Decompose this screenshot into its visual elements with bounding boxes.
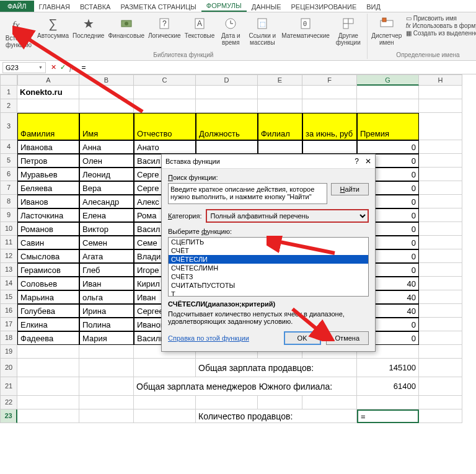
search-function-input[interactable]: Введите краткое описание действия, котор… (168, 183, 327, 204)
cell[interactable] (79, 409, 134, 423)
name-box[interactable]: G23 ▼ (2, 62, 46, 73)
cell[interactable] (419, 277, 462, 290)
tab-home[interactable]: ГЛАВНАЯ (34, 2, 75, 12)
row-header-10[interactable]: 10 (0, 222, 17, 236)
cell[interactable]: Савин (17, 236, 79, 249)
cell[interactable] (419, 396, 462, 409)
row-header-3[interactable]: 3 (0, 113, 17, 140)
cell[interactable]: Фамилия (17, 113, 79, 140)
function-list-item[interactable]: СЧИТАТЬПУСТОТЫ (169, 281, 368, 290)
cancel-button[interactable]: Отмена (326, 331, 369, 345)
cell[interactable] (79, 86, 134, 99)
cell[interactable] (79, 377, 134, 396)
cell[interactable]: 61400 (357, 377, 419, 396)
cell[interactable] (196, 396, 258, 409)
cell[interactable] (196, 140, 258, 154)
autosum-button[interactable]: ∑ Автосумма (36, 14, 70, 50)
column-header-h[interactable]: H (419, 74, 462, 86)
function-list-item[interactable]: Т (169, 290, 368, 297)
cell[interactable] (419, 181, 462, 195)
column-header-f[interactable]: F (302, 74, 357, 86)
cell[interactable]: Отчество (134, 113, 196, 140)
cell[interactable]: Количество продавцов: (196, 409, 357, 423)
cell[interactable] (258, 99, 302, 113)
cell[interactable] (17, 396, 79, 409)
row-header-7[interactable]: 7 (0, 181, 17, 195)
cell[interactable]: Герамисов (17, 263, 79, 277)
tab-view[interactable]: ВИД (361, 2, 386, 12)
column-header-d[interactable]: D (196, 74, 258, 86)
cell[interactable]: = (357, 409, 419, 423)
cell[interactable]: Смыслова (17, 249, 79, 263)
category-select[interactable]: Полный алфавитный перечень (206, 209, 369, 223)
cell[interactable] (419, 318, 462, 331)
cell[interactable]: Беляева (17, 181, 79, 195)
financial-button[interactable]: Финансовые (107, 14, 146, 50)
create-from-selection-button[interactable]: ▦Создать из выделенного (406, 30, 476, 37)
cell[interactable] (419, 359, 462, 377)
cell[interactable]: Муравьев (17, 168, 79, 181)
cell[interactable] (419, 168, 462, 181)
cell[interactable]: Иван (79, 277, 134, 290)
name-manager-button[interactable]: Диспетчер имен (370, 14, 403, 47)
column-header-a[interactable]: A (17, 74, 79, 86)
row-header-2[interactable]: 2 (0, 99, 17, 113)
tab-data[interactable]: ДАННЫЕ (247, 2, 286, 12)
cell[interactable] (134, 396, 196, 409)
cell[interactable] (419, 263, 462, 277)
close-icon[interactable]: ✕ (365, 157, 371, 166)
cell[interactable] (258, 140, 302, 154)
row-header-23[interactable]: 23 (0, 409, 17, 423)
datetime-button[interactable]: Дата и время (217, 14, 244, 50)
more-functions-button[interactable]: Другие функции (332, 14, 364, 50)
cell[interactable] (419, 86, 462, 99)
cell[interactable]: Агата (79, 249, 134, 263)
cell[interactable] (134, 99, 196, 113)
cell[interactable]: Елена (79, 208, 134, 222)
cell[interactable] (302, 396, 357, 409)
cell[interactable] (419, 304, 462, 318)
column-header-b[interactable]: B (79, 74, 134, 86)
cell[interactable]: Премия (357, 113, 419, 140)
cell[interactable] (17, 99, 79, 113)
cell[interactable]: Анна (79, 140, 134, 154)
cell[interactable]: Иванов (17, 195, 79, 208)
cancel-formula-icon[interactable]: ✕ (51, 63, 56, 71)
insert-function-button[interactable]: fx Вставить функцию (2, 14, 35, 50)
ok-button[interactable]: OK (284, 331, 321, 345)
row-header-11[interactable]: 11 (0, 236, 17, 249)
cell[interactable] (419, 249, 462, 263)
column-header-c[interactable]: C (134, 74, 196, 86)
cell[interactable]: 0 (357, 140, 419, 154)
cell[interactable] (419, 409, 462, 423)
cell[interactable]: Петров (17, 154, 79, 168)
function-list[interactable]: СЦЕПИТЬСЧЁТСЧЁТЕСЛИСЧЁТЕСЛИМНСЧЁТЗСЧИТАТ… (168, 237, 369, 297)
column-header-e[interactable]: E (258, 74, 302, 86)
function-list-item[interactable]: СЧЁТ (169, 246, 368, 255)
cell[interactable] (302, 86, 357, 99)
tab-page-layout[interactable]: РАЗМЕТКА СТРАНИЦЫ (115, 2, 201, 12)
cell[interactable]: Мария (79, 331, 134, 345)
cell[interactable] (419, 208, 462, 222)
cell[interactable]: Общая зарплата менеджеров Южного филиала… (134, 377, 357, 396)
row-header-22[interactable]: 22 (0, 396, 17, 409)
cell[interactable]: Имя (79, 113, 134, 140)
row-header-17[interactable]: 17 (0, 318, 17, 331)
help-icon[interactable]: ? (355, 157, 359, 166)
cell[interactable]: Анато (134, 140, 196, 154)
row-header-15[interactable]: 15 (0, 290, 17, 304)
cell[interactable] (79, 345, 134, 359)
cell[interactable] (302, 99, 357, 113)
cell[interactable] (79, 359, 134, 377)
cell[interactable]: Ирина (79, 304, 134, 318)
row-header-5[interactable]: 5 (0, 154, 17, 168)
row-header-6[interactable]: 6 (0, 168, 17, 181)
cell[interactable]: Алесандр (79, 195, 134, 208)
select-all-corner[interactable] (0, 74, 17, 86)
enter-formula-icon[interactable]: ✓ (60, 63, 66, 71)
row-header-1[interactable]: 1 (0, 86, 17, 99)
cell[interactable]: Елкина (17, 318, 79, 331)
function-list-item[interactable]: СЦЕПИТЬ (169, 238, 368, 246)
cell[interactable] (17, 377, 79, 396)
row-header-18[interactable]: 18 (0, 331, 17, 345)
